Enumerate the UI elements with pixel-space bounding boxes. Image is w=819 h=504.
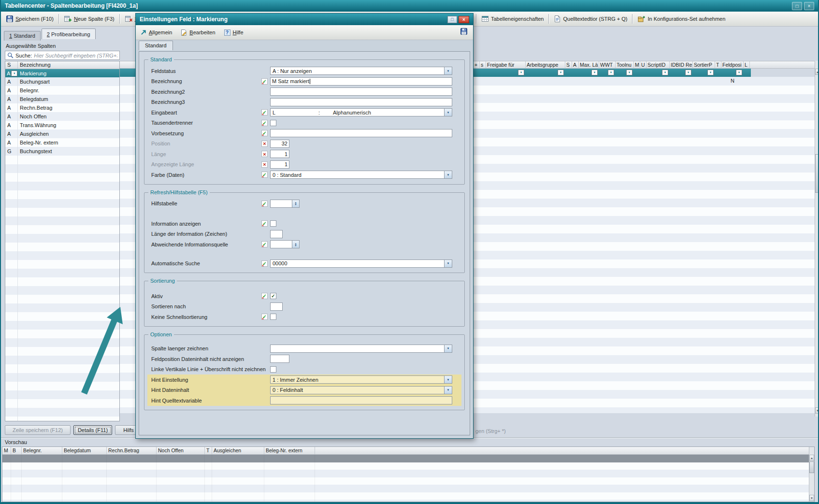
checkbox-information-anzeigen[interactable] <box>270 220 276 227</box>
preview-header-beleg-nr-extern[interactable]: Beleg-Nr. extern <box>264 447 315 454</box>
grid-header-s[interactable]: s <box>480 61 486 69</box>
scroll-down-icon[interactable]: ▼ <box>815 407 819 414</box>
search-input[interactable]: Suche: Hier Suchbegriff eingeben (STRG+S… <box>5 51 120 60</box>
override-check-icon[interactable]: ✓× <box>261 109 268 115</box>
selected-column-row[interactable]: GBuchungstext <box>5 147 119 156</box>
grid-header-toolnu[interactable]: Toolnu <box>616 61 634 69</box>
dropdown-eingabeart[interactable]: L:Alphanumerisch▼ <box>270 108 452 116</box>
preview-scroll-down-icon[interactable]: ▼ <box>809 495 814 501</box>
scrollbar-thumb[interactable] <box>815 154 819 193</box>
preview-row[interactable] <box>2 500 814 502</box>
input-hint-quelltextvariable[interactable] <box>270 396 452 404</box>
override-check-icon[interactable]: ✓× <box>261 314 268 320</box>
grid-filter-dropdown-icon[interactable]: ▼ <box>558 70 564 75</box>
grid-header-a[interactable]: A <box>572 61 579 69</box>
preview-scrollbar-thumb[interactable] <box>809 461 814 473</box>
dropdown-feldstatus[interactable]: A : Nur anzeigen▼ <box>270 67 452 75</box>
grid-header-s[interactable]: S <box>565 61 572 69</box>
input-l-nge-der-information-zeichen[interactable] <box>270 230 283 238</box>
grid-header-wwt[interactable]: WWT <box>599 61 616 69</box>
grid-header-arbeitsgruppe[interactable]: Arbeitsgruppe <box>526 61 565 69</box>
selected-column-row[interactable]: ATrans.Währung <box>5 121 119 130</box>
grid-header-t[interactable]: T <box>715 61 721 69</box>
toolbar-button-tabelleneigenschaften[interactable]: Tabelleneigenschaften <box>478 13 547 25</box>
grid-filter-dropdown-icon[interactable]: ▼ <box>736 70 742 75</box>
chevron-down-icon[interactable]: ▼ <box>444 109 452 116</box>
selected-column-row[interactable]: ABeleg-Nr. extern <box>5 138 119 147</box>
override-check-icon[interactable]: ✓× <box>261 241 268 247</box>
restore-button[interactable]: □ <box>792 2 802 10</box>
save-row-button[interactable]: Zeile speichern (F12) <box>5 425 71 435</box>
selected-column-row[interactable]: ABelegnr. <box>5 86 119 95</box>
dialog-title-bar[interactable]: Einstellungen Feld : Markierung □ × <box>136 14 473 25</box>
override-x-icon[interactable]: × <box>261 151 268 157</box>
spinner-abweichende-informationsquelle[interactable]: ▲▼ <box>270 240 300 248</box>
toolbar-button-in-konfigurations-set-aufnehmen[interactable]: In Konfigurations-Set aufnehmen <box>634 13 729 25</box>
grid-header-col-0[interactable]: + <box>474 61 480 69</box>
preview-row-selected[interactable] <box>2 455 814 462</box>
preview-header-noch-offen[interactable]: Noch Offen <box>157 447 205 454</box>
grid-filter-dropdown-icon[interactable]: ▼ <box>662 70 668 75</box>
grid-filter-dropdown-icon[interactable]: ▼ <box>685 70 691 75</box>
grid-filter-dropdown-icon[interactable]: ▼ <box>591 70 598 75</box>
grid-filter-dropdown-icon[interactable]: ▼ <box>608 70 614 75</box>
grid-header-scriptid[interactable]: ScriptID <box>647 61 670 69</box>
selected-column-row[interactable]: AAusgleichen <box>5 130 119 138</box>
toolbar-button-neue-spalte-f3[interactable]: Neue Spalte (F3) <box>61 13 118 25</box>
tab-2-profibearbeitung[interactable]: 2 Profibearbeitung <box>42 29 96 39</box>
dialog-tab-standard[interactable]: Standard <box>139 41 173 50</box>
toolbar-button-quelltextedtior-strg-q[interactable]: Quelltextedtior (STRG + Q) <box>551 13 631 25</box>
override-check-icon[interactable]: ✓× <box>261 201 268 207</box>
chevron-down-icon[interactable]: ▼ <box>444 376 452 383</box>
override-x-icon[interactable]: × <box>261 141 268 147</box>
preview-header-b[interactable]: B <box>11 447 22 454</box>
input-bezeichnung[interactable]: M Satz markiert <box>270 77 452 86</box>
preview-row[interactable] <box>2 492 814 500</box>
dropdown-spalte-laenger-zeichnen[interactable]: ▼ <box>270 345 452 353</box>
preview-vertical-scrollbar[interactable]: ▲ ▼ <box>809 447 814 502</box>
checkbox-aktiv[interactable]: ✓ <box>270 293 276 299</box>
preview-header-belegnr[interactable]: Belegnr. <box>22 447 62 454</box>
chevron-down-icon[interactable]: ▼ <box>444 67 452 74</box>
column-header-status[interactable]: S <box>5 61 18 69</box>
input-position[interactable]: 32 <box>270 140 289 148</box>
input-bezeichnung3[interactable] <box>270 98 452 106</box>
dialog-save-icon[interactable] <box>460 28 467 35</box>
menu-item-allgemein[interactable]: Allgemein <box>139 28 174 37</box>
preview-header-rechn-betrag[interactable]: Rechn.Betrag <box>107 447 157 454</box>
tab-1-standard[interactable]: 1 Standard <box>4 31 41 41</box>
selected-column-row[interactable]: ABuchungsart <box>5 77 119 86</box>
preview-header-ausgleichen[interactable]: Ausgleichen <box>212 447 264 454</box>
spinner-input[interactable] <box>270 240 292 248</box>
preview-row[interactable] <box>2 485 814 492</box>
selected-column-row[interactable]: ARechn.Betrag <box>5 103 119 112</box>
dialog-minimize-button[interactable]: □ <box>447 16 457 23</box>
checkbox-tausendertrenner[interactable] <box>270 120 276 126</box>
override-check-icon[interactable]: ✓× <box>261 130 268 136</box>
spinner-arrows-icon[interactable]: ▲▼ <box>292 200 300 208</box>
preview-header-t[interactable]: T <box>205 447 212 454</box>
preview-row[interactable] <box>2 477 814 485</box>
filter-dropdown-icon[interactable]: ▼ <box>11 71 17 76</box>
preview-header-belegdatum[interactable]: Belegdatum <box>62 447 107 454</box>
input-l-nge[interactable]: 1 <box>270 150 289 158</box>
grid-header-l[interactable]: L <box>744 61 750 69</box>
input-angezeigte-l-nge[interactable]: 1 <box>270 160 289 169</box>
grid-header-sortierp[interactable]: SortierP <box>693 61 715 69</box>
dropdown-hint-einstellung[interactable]: 1 : Immer Zeichnen▼ <box>270 375 452 384</box>
chevron-down-icon[interactable]: ▼ <box>444 387 452 394</box>
selected-column-row[interactable]: ABelegdatum <box>5 95 119 103</box>
override-check-icon[interactable]: ✓× <box>261 120 268 126</box>
preview-row[interactable] <box>2 462 814 470</box>
scroll-up-icon[interactable]: ▲ <box>815 69 819 75</box>
override-x-icon[interactable]: × <box>261 161 268 168</box>
selected-column-row-active[interactable]: A▼Markierung <box>5 69 119 77</box>
spinner-hilfstabelle[interactable]: ▲▼ <box>270 200 300 208</box>
toolbar-button-speichern-f10[interactable]: Speichern (F10) <box>3 13 57 25</box>
spinner-arrows-icon[interactable]: ▲▼ <box>292 240 300 248</box>
grid-filter-dropdown-icon[interactable]: ▼ <box>518 70 524 75</box>
dialog-close-button[interactable]: × <box>459 16 469 23</box>
input-bezeichnung2[interactable] <box>270 87 452 96</box>
menu-item-bearbeiten[interactable]: Bearbeiten <box>179 28 217 37</box>
grid-header-feldposi[interactable]: Feldposi <box>721 61 744 69</box>
